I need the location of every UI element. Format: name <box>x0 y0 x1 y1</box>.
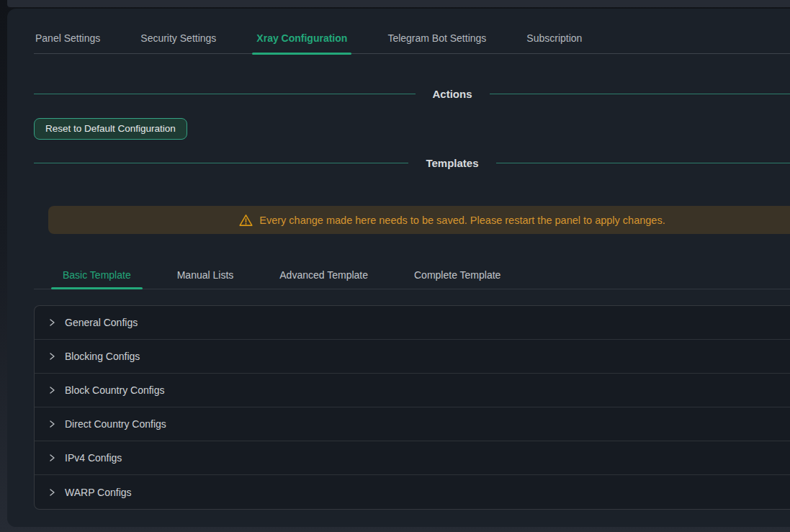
chevron-right-icon <box>48 454 56 462</box>
chevron-right-icon <box>48 420 56 428</box>
divider-line <box>34 94 416 94</box>
tab-panel-settings[interactable]: Panel Settings <box>34 32 102 53</box>
top-panel-edge <box>7 0 790 7</box>
restart-warning-text: Every change made here needs to be saved… <box>259 215 665 226</box>
panel-warp-configs[interactable]: WARP Configs <box>35 475 790 509</box>
panel-label: General Configs <box>65 317 138 328</box>
chevron-right-icon <box>48 318 56 327</box>
panel-general-configs[interactable]: General Configs <box>35 306 790 340</box>
panel-blocking-configs[interactable]: Blocking Configs <box>35 340 790 374</box>
chevron-right-icon <box>48 352 56 361</box>
restart-warning-banner: Every change made here needs to be saved… <box>48 206 790 234</box>
actions-divider: Actions <box>34 86 790 101</box>
divider-line <box>34 163 408 163</box>
templates-section-title: Templates <box>426 157 478 169</box>
panel-label: Blocking Configs <box>65 351 140 362</box>
tab-telegram-bot-settings[interactable]: Telegram Bot Settings <box>386 32 488 53</box>
divider-line <box>496 163 790 163</box>
actions-button-row: Reset to Default Configuration <box>34 118 790 140</box>
tab-subscription[interactable]: Subscription <box>525 32 583 53</box>
panel-block-country-configs[interactable]: Block Country Configs <box>35 374 790 407</box>
tab-manual-lists[interactable]: Manual Lists <box>166 269 246 289</box>
templates-divider: Templates <box>34 155 790 170</box>
chevron-right-icon <box>48 488 56 497</box>
panel-label: Direct Country Configs <box>65 418 166 430</box>
tab-security-settings[interactable]: Security Settings <box>139 32 217 53</box>
reset-to-default-configuration-button[interactable]: Reset to Default Configuration <box>34 118 187 140</box>
tab-complete-template[interactable]: Complete Template <box>403 269 512 289</box>
config-collapse-list: General Configs Blocking Configs Block C… <box>34 305 790 510</box>
panel-label: WARP Configs <box>65 487 132 498</box>
panel-label: Block Country Configs <box>65 384 165 396</box>
xray-configuration-card: Panel Settings Security Settings Xray Co… <box>7 9 790 527</box>
tab-xray-configuration[interactable]: Xray Configuration <box>255 32 349 53</box>
panel-ipv4-configs[interactable]: IPv4 Configs <box>35 441 790 475</box>
template-tab-bar: Basic Template Manual Lists Advanced Tem… <box>34 269 790 289</box>
panel-direct-country-configs[interactable]: Direct Country Configs <box>35 407 790 441</box>
tab-basic-template[interactable]: Basic Template <box>51 269 143 289</box>
actions-section-title: Actions <box>433 88 472 100</box>
divider-line <box>490 94 790 94</box>
warning-triangle-icon <box>239 214 253 227</box>
settings-tab-bar: Panel Settings Security Settings Xray Co… <box>34 9 790 54</box>
panel-label: IPv4 Configs <box>65 452 122 464</box>
tab-advanced-template[interactable]: Advanced Template <box>268 269 380 289</box>
chevron-right-icon <box>48 386 56 395</box>
